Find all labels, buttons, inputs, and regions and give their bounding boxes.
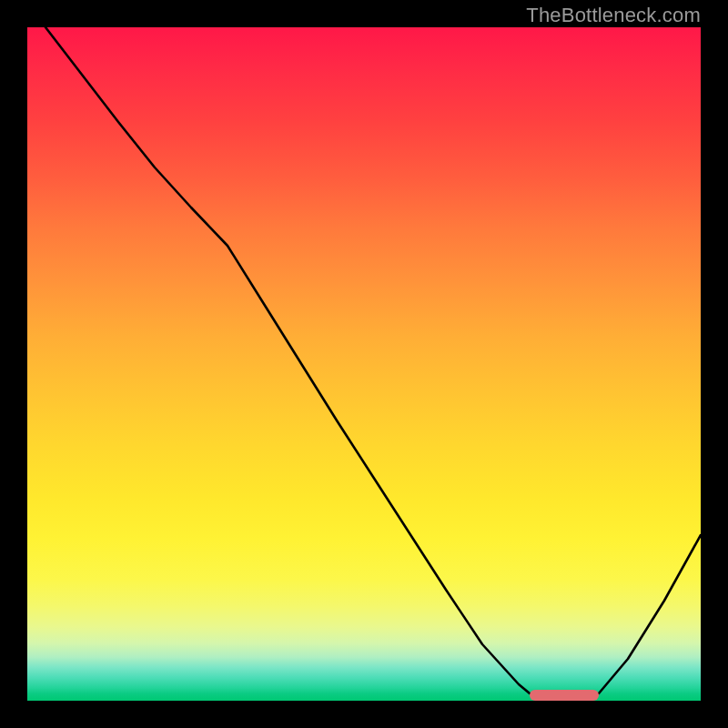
chart-frame: TheBottleneck.com bbox=[0, 0, 728, 728]
plot-area bbox=[27, 27, 701, 701]
optimal-range-marker bbox=[530, 690, 599, 701]
curve-path bbox=[46, 27, 701, 697]
watermark-text: TheBottleneck.com bbox=[526, 4, 701, 27]
bottleneck-curve bbox=[27, 27, 701, 701]
